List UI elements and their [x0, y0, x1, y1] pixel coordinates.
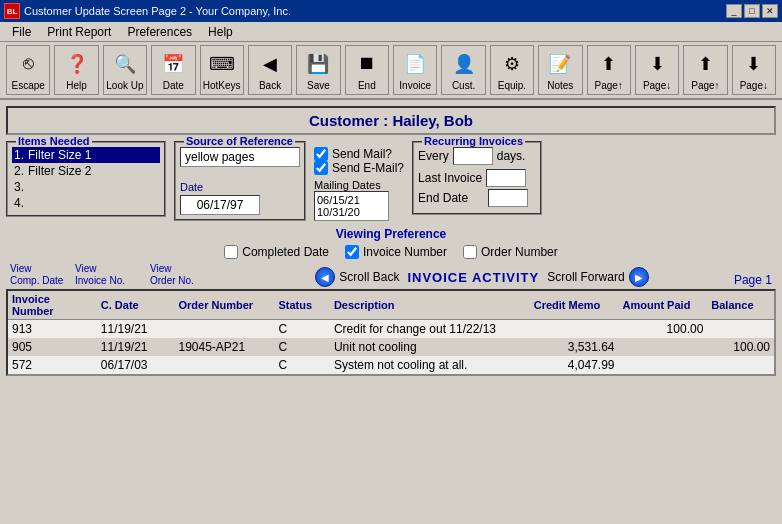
- viewing-pref-options: Completed Date Invoice Number Order Numb…: [6, 245, 776, 259]
- view-invoice-no-label[interactable]: ViewInvoice No.: [75, 263, 150, 287]
- invoice-number-label: Invoice Number: [363, 245, 447, 259]
- send-mail-row: Send Mail?: [314, 147, 404, 161]
- equip-button[interactable]: ⚙ Equip.: [490, 45, 534, 95]
- pagedown2-icon: ⬇: [740, 50, 768, 78]
- source-input[interactable]: [180, 147, 300, 167]
- end-button[interactable]: ⏹ End: [345, 45, 389, 95]
- list-item[interactable]: 1. Filter Size 1: [12, 147, 160, 163]
- app-icon: BL: [4, 3, 20, 19]
- viewing-preference-section: Viewing Preference Completed Date Invoic…: [6, 227, 776, 259]
- last-invoice-input[interactable]: [486, 169, 526, 187]
- pageup2-icon: ⬆: [691, 50, 719, 78]
- cell-cdate: 06/17/03: [97, 356, 175, 374]
- recurring-section: Recurring Invoices Every days. Last Invo…: [412, 141, 542, 215]
- scroll-forward-button[interactable]: Scroll Forward ▶: [547, 267, 648, 287]
- minimize-button[interactable]: _: [726, 4, 742, 18]
- col-header-amount: Amount Paid: [619, 291, 708, 320]
- date-button[interactable]: 📅 Date: [151, 45, 195, 95]
- menu-preferences[interactable]: Preferences: [119, 23, 200, 41]
- mailing-date-2: 10/31/20: [317, 206, 386, 218]
- col-header-invoice: Invoice Number: [8, 291, 97, 320]
- form-area: Items Needed 1. Filter Size 1 2. Filter …: [6, 141, 776, 221]
- page-info: Page 1: [734, 273, 772, 287]
- table-row[interactable]: 572 06/17/03 C System not cooling at all…: [8, 356, 774, 374]
- list-item[interactable]: 2. Filter Size 2: [12, 163, 160, 179]
- cell-credit: [530, 320, 619, 339]
- date-input[interactable]: [180, 195, 260, 215]
- help-icon: ❓: [63, 50, 91, 78]
- notes-button[interactable]: 📝 Notes: [538, 45, 582, 95]
- menu-print-report[interactable]: Print Report: [39, 23, 119, 41]
- send-mail-checkbox[interactable]: [314, 147, 328, 161]
- menu-file[interactable]: File: [4, 23, 39, 41]
- mailing-dates-box: 06/15/21 10/31/20: [314, 191, 389, 221]
- completed-date-checkbox[interactable]: [224, 245, 238, 259]
- back-icon: ◀: [256, 50, 284, 78]
- cell-invoice: 913: [8, 320, 97, 339]
- completed-date-label: Completed Date: [242, 245, 329, 259]
- table-row[interactable]: 905 11/19/21 19045-AP21 C Unit not cooli…: [8, 338, 774, 356]
- scroll-back-button[interactable]: ◀ Scroll Back: [315, 267, 399, 287]
- recurring-every-input[interactable]: [453, 147, 493, 165]
- viewing-pref-label: Viewing Preference: [6, 227, 776, 241]
- invoice-icon: 📄: [401, 50, 429, 78]
- invoice-button[interactable]: 📄 Invoice: [393, 45, 437, 95]
- pageup1-icon: ⬆: [595, 50, 623, 78]
- window-title: Customer Update Screen Page 2 - Your Com…: [24, 5, 291, 17]
- cell-desc: Credit for change out 11/22/13: [330, 320, 530, 339]
- col-header-cdate: C. Date: [97, 291, 175, 320]
- cell-order: [175, 356, 275, 374]
- source-label: Source of Reference: [184, 135, 295, 147]
- cell-order: 19045-AP21: [175, 338, 275, 356]
- cell-order: [175, 320, 275, 339]
- toolbar: ⎋ Escape ❓ Help 🔍 Look Up 📅 Date ⌨ HotKe…: [0, 42, 782, 100]
- escape-icon: ⎋: [14, 50, 42, 78]
- order-number-checkbox[interactable]: [463, 245, 477, 259]
- send-email-label: Send E-Mail?: [332, 161, 404, 175]
- pagedown1-button[interactable]: ⬇ Page↓: [635, 45, 679, 95]
- cell-balance: [707, 320, 774, 339]
- invoice-number-checkbox[interactable]: [345, 245, 359, 259]
- save-button[interactable]: 💾 Save: [296, 45, 340, 95]
- pageup2-button[interactable]: ⬆ Page↑: [683, 45, 727, 95]
- order-number-row: Order Number: [463, 245, 558, 259]
- lookup-button[interactable]: 🔍 Look Up: [103, 45, 147, 95]
- invoice-table-area: Invoice Number C. Date Order Number Stat…: [6, 289, 776, 376]
- invoice-activity-title: INVOICE ACTIVITY: [407, 270, 539, 285]
- back-button[interactable]: ◀ Back: [248, 45, 292, 95]
- view-comp-date-label[interactable]: ViewComp. Date: [10, 263, 75, 287]
- pageup1-button[interactable]: ⬆ Page↑: [587, 45, 631, 95]
- close-button[interactable]: ✕: [762, 4, 778, 18]
- cust-button[interactable]: 👤 Cust.: [441, 45, 485, 95]
- cell-balance: [707, 356, 774, 374]
- pagedown1-icon: ⬇: [643, 50, 671, 78]
- help-button[interactable]: ❓ Help: [54, 45, 98, 95]
- completed-date-row: Completed Date: [224, 245, 329, 259]
- equip-icon: ⚙: [498, 50, 526, 78]
- cell-credit: 3,531.64: [530, 338, 619, 356]
- send-email-checkbox[interactable]: [314, 161, 328, 175]
- end-icon: ⏹: [353, 50, 381, 78]
- cust-icon: 👤: [450, 50, 478, 78]
- cell-desc: Unit not cooling: [330, 338, 530, 356]
- source-of-reference-section: Source of Reference Date: [174, 141, 306, 221]
- table-row[interactable]: 913 11/19/21 C Credit for change out 11/…: [8, 320, 774, 339]
- menu-help[interactable]: Help: [200, 23, 241, 41]
- cell-amount: 100.00: [619, 320, 708, 339]
- maximize-button[interactable]: □: [744, 4, 760, 18]
- order-number-label: Order Number: [481, 245, 558, 259]
- send-email-row: Send E-Mail?: [314, 161, 404, 175]
- cell-status: C: [274, 320, 330, 339]
- list-item[interactable]: 3.: [12, 179, 160, 195]
- hotkeys-button[interactable]: ⌨ HotKeys: [200, 45, 244, 95]
- cell-status: C: [274, 338, 330, 356]
- title-bar-buttons: _ □ ✕: [726, 4, 778, 18]
- end-date-input[interactable]: [488, 189, 528, 207]
- col-header-balance: Balance: [707, 291, 774, 320]
- pagedown2-button[interactable]: ⬇ Page↓: [732, 45, 776, 95]
- main-content: Customer : Hailey, Bob Items Needed 1. F…: [0, 100, 782, 382]
- escape-button[interactable]: ⎋ Escape: [6, 45, 50, 95]
- customer-header: Customer : Hailey, Bob: [6, 106, 776, 135]
- list-item[interactable]: 4.: [12, 195, 160, 211]
- view-order-no-label[interactable]: ViewOrder No.: [150, 263, 230, 287]
